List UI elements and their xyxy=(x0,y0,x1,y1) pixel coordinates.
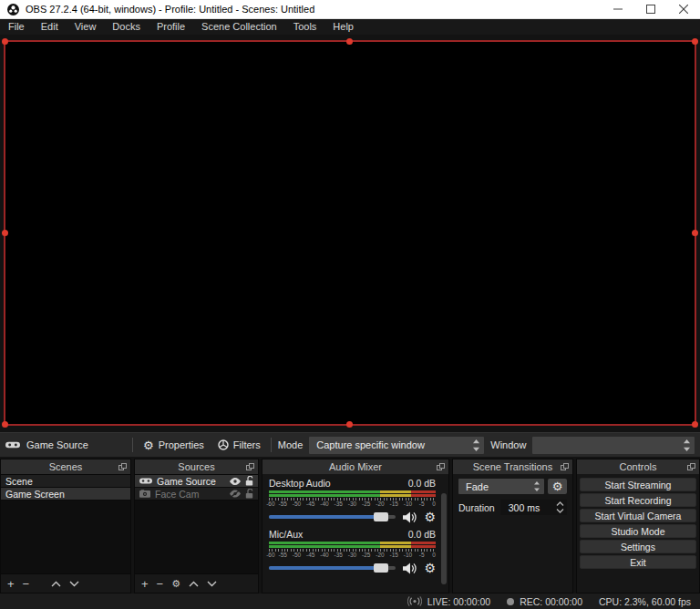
spinner-arrows-icon xyxy=(473,439,479,451)
mixer-scrollbar-thumb[interactable] xyxy=(441,493,447,584)
menu-edit[interactable]: Edit xyxy=(33,19,67,35)
mixer-channel-mic-aux: Mic/Aux 0.0 dB -60 -55 -50 -45 -40 -35 -… xyxy=(269,529,436,574)
dock-float-icon[interactable] xyxy=(561,463,569,470)
start-recording-button[interactable]: Start Recording xyxy=(580,493,696,507)
scene-list-item[interactable]: Scene xyxy=(1,475,130,488)
start-virtual-camera-button[interactable]: Start Virtual Camera xyxy=(580,509,696,522)
visibility-eye-icon[interactable] xyxy=(230,478,241,485)
speaker-icon[interactable] xyxy=(403,563,417,574)
scene-transitions-dock-header[interactable]: Scene Transitions xyxy=(453,459,572,474)
transition-properties-button[interactable]: ⚙ xyxy=(548,479,567,494)
record-dot-icon xyxy=(507,598,514,605)
resize-handle-bottom-center[interactable] xyxy=(346,421,353,428)
settings-button[interactable]: Settings xyxy=(580,540,696,553)
scene-transitions-body: Fade ⚙ Duration 300 ms xyxy=(453,474,572,593)
move-source-up-button[interactable] xyxy=(189,581,199,587)
menu-profile[interactable]: Profile xyxy=(149,19,193,35)
scene-list-item[interactable]: Game Screen xyxy=(1,488,130,501)
spinbox-up-down-icon[interactable] xyxy=(556,501,564,513)
resize-handle-top-left[interactable] xyxy=(2,38,8,45)
scenes-dock-header[interactable]: Scenes xyxy=(1,459,130,474)
window-title: OBS 27.2.4 (64-bit, windows) - Profile: … xyxy=(26,4,602,15)
menu-file[interactable]: File xyxy=(0,19,33,35)
spinner-arrows-icon xyxy=(534,481,540,491)
status-bar: LIVE: 00:00:00 REC: 00:00:00 CPU: 2.3%, … xyxy=(0,594,700,609)
obs-logo-icon xyxy=(7,4,19,15)
source-item-label: Game Source xyxy=(157,476,225,487)
volume-slider[interactable] xyxy=(269,515,396,519)
controls-dock-header[interactable]: Controls xyxy=(577,459,699,474)
minimize-button[interactable] xyxy=(602,0,634,18)
duration-spinbox[interactable]: 300 ms xyxy=(500,500,567,515)
window-select[interactable] xyxy=(532,437,695,454)
dock-float-icon[interactable] xyxy=(687,463,695,470)
dock-float-icon[interactable] xyxy=(437,463,445,470)
close-button[interactable] xyxy=(667,0,700,18)
toolbar-source-name: Game Source xyxy=(26,439,88,450)
dock-float-icon[interactable] xyxy=(246,463,254,470)
channel-level-db: 0.0 dB xyxy=(408,478,436,489)
start-streaming-button[interactable]: Start Streaming xyxy=(580,478,696,491)
volume-slider-handle[interactable] xyxy=(374,563,388,573)
properties-button[interactable]: ⚙ Properties xyxy=(139,438,208,453)
mixer-channel-desktop-audio: Desktop Audio 0.0 dB -60 -55 -50 -45 -40… xyxy=(269,478,436,523)
audio-mixer-body: Desktop Audio 0.0 dB -60 -55 -50 -45 -40… xyxy=(262,474,448,593)
cpu-fps-stats: CPU: 2.3%, 60.00 fps xyxy=(599,596,691,607)
resize-handle-top-right[interactable] xyxy=(692,38,698,45)
mixer-scrollbar[interactable] xyxy=(441,492,447,590)
scene-transitions-dock: Scene Transitions Fade ⚙ Duration xyxy=(452,459,573,594)
menu-scene-collection[interactable]: Scene Collection xyxy=(193,19,285,35)
mode-label: Mode xyxy=(278,439,304,450)
scene-canvas[interactable] xyxy=(4,40,696,426)
menu-docks[interactable]: Docks xyxy=(104,19,149,35)
capture-mode-select[interactable]: Capture specific window xyxy=(309,437,484,454)
move-scene-down-button[interactable] xyxy=(69,581,79,587)
speaker-icon[interactable] xyxy=(403,511,417,523)
window-controls xyxy=(602,0,700,18)
visibility-eye-off-icon[interactable] xyxy=(230,490,241,498)
resize-handle-bottom-right[interactable] xyxy=(692,421,698,428)
resize-handle-top-center[interactable] xyxy=(346,38,353,45)
sources-dock: Sources Game Source xyxy=(134,459,259,594)
move-source-down-button[interactable] xyxy=(207,581,217,587)
menu-help[interactable]: Help xyxy=(324,19,362,35)
menu-tools[interactable]: Tools xyxy=(285,19,325,35)
exit-button[interactable]: Exit xyxy=(580,555,696,569)
sources-dock-header[interactable]: Sources xyxy=(135,459,258,474)
dock-float-icon[interactable] xyxy=(118,463,127,470)
lock-open-icon[interactable] xyxy=(245,489,253,499)
move-scene-up-button[interactable] xyxy=(51,581,61,587)
resize-handle-middle-left[interactable] xyxy=(2,230,8,236)
gamepad-icon xyxy=(5,440,20,449)
source-properties-gear-icon[interactable]: ⚙ xyxy=(171,579,180,589)
add-scene-button[interactable]: + xyxy=(7,578,15,590)
filters-button[interactable]: Filters xyxy=(214,438,264,452)
volume-slider-handle[interactable] xyxy=(374,512,388,521)
controls-dock: Controls Start Streaming Start Recording… xyxy=(576,459,700,594)
source-item-label: Face Cam xyxy=(155,489,225,500)
scene-item-label: Game Screen xyxy=(5,489,126,500)
lock-open-icon[interactable] xyxy=(245,476,253,486)
source-list-item[interactable]: Face Cam xyxy=(135,488,258,501)
resize-handle-middle-right[interactable] xyxy=(692,230,698,236)
channel-gear-icon[interactable]: ⚙ xyxy=(424,562,436,574)
transition-value: Fade xyxy=(466,481,489,492)
add-source-button[interactable]: + xyxy=(141,578,149,590)
broadcast-icon xyxy=(407,596,422,606)
audio-mixer-dock-header[interactable]: Audio Mixer xyxy=(262,459,448,474)
transition-select[interactable]: Fade xyxy=(458,479,544,494)
studio-mode-button[interactable]: Studio Mode xyxy=(580,524,696,538)
live-timer: LIVE: 00:00:00 xyxy=(427,596,490,607)
volume-slider[interactable] xyxy=(269,566,396,570)
maximize-button[interactable] xyxy=(634,0,667,18)
channel-gear-icon[interactable]: ⚙ xyxy=(424,511,436,523)
channel-level-db: 0.0 dB xyxy=(408,529,436,540)
resize-handle-bottom-left[interactable] xyxy=(2,421,8,428)
source-list-item[interactable]: Game Source xyxy=(135,475,258,488)
menu-view[interactable]: View xyxy=(67,19,105,35)
remove-scene-button[interactable]: − xyxy=(23,578,30,590)
scene-transitions-dock-title: Scene Transitions xyxy=(473,461,552,472)
filters-icon xyxy=(218,439,229,450)
audio-mixer-dock-title: Audio Mixer xyxy=(329,461,382,472)
remove-source-button[interactable]: − xyxy=(157,578,164,590)
